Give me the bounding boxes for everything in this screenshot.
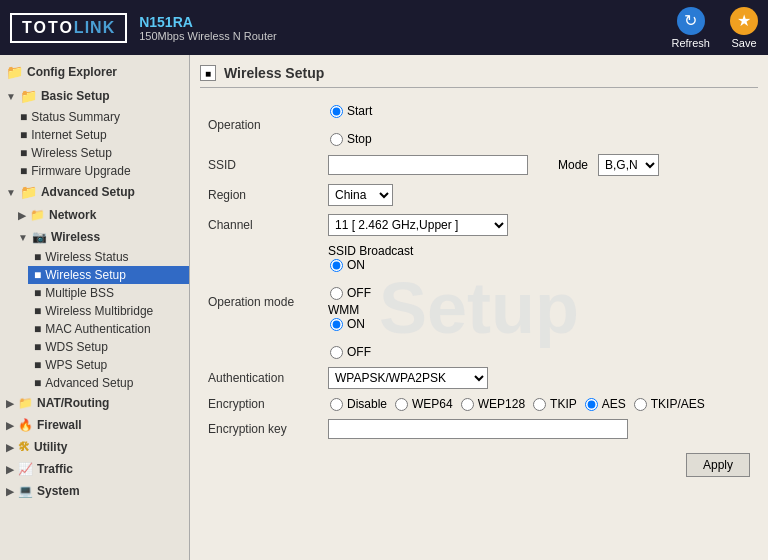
logo-link: LINK [74, 19, 115, 37]
content-panel: ■ Wireless Setup Operation Start [200, 65, 758, 487]
encryption-key-controls [320, 415, 758, 443]
sidebar-item-wds-setup[interactable]: ■ WDS Setup [28, 338, 189, 356]
system-label: System [37, 484, 80, 498]
sidebar-section-system[interactable]: ▶ 💻 System [0, 480, 189, 502]
wps-setup-icon: ■ [34, 358, 41, 372]
mac-auth-icon: ■ [34, 322, 41, 336]
encryption-key-input[interactable] [328, 419, 628, 439]
header-model: N151RA 150Mbps Wireless N Router [139, 14, 277, 42]
channel-select[interactable]: 11 [ 2.462 GHz,Upper ] 123 611 [328, 214, 508, 236]
apply-button[interactable]: Apply [686, 453, 750, 477]
wds-setup-icon: ■ [34, 340, 41, 354]
wireless-setup-form: Operation Start Stop [200, 100, 758, 443]
sidebar-section-basic-setup[interactable]: ▼ 📁 Basic Setup [0, 84, 189, 108]
sidebar-item-mac-authentication[interactable]: ■ MAC Authentication [28, 320, 189, 338]
enc-wep128-label[interactable]: WEP128 [459, 397, 525, 411]
save-button[interactable]: ★ Save [730, 7, 758, 49]
logo-toto: TOTO [22, 19, 74, 37]
sidebar-item-multiple-bss[interactable]: ■ Multiple BSS [28, 284, 189, 302]
wds-setup-label: WDS Setup [45, 340, 108, 354]
ssid-broadcast-on-label[interactable]: ON [328, 258, 750, 272]
refresh-icon: ↻ [677, 7, 705, 35]
header-model-name: N151RA [139, 14, 277, 30]
firewall-expand-icon: ▶ [6, 420, 14, 431]
refresh-button[interactable]: ↻ Refresh [671, 7, 710, 49]
wmm-on-label[interactable]: ON [328, 317, 750, 331]
advanced-setup-folder-icon: 📁 [20, 184, 37, 200]
enc-aes-label[interactable]: AES [583, 397, 626, 411]
wireless-status-icon: ■ [34, 250, 41, 264]
enc-tkipaes-radio[interactable] [634, 398, 647, 411]
enc-tkip-radio[interactable] [533, 398, 546, 411]
sidebar-item-advanced-setup-sub[interactable]: ■ Advanced Setup [28, 374, 189, 392]
operation-row: Operation Start Stop [200, 100, 758, 150]
operation-start-label[interactable]: Start [328, 104, 750, 118]
channel-row: Channel 11 [ 2.462 GHz,Upper ] 123 611 [200, 210, 758, 240]
authentication-select[interactable]: WPAPSK/WPA2PSK Open Shared Auto WPA WPA2… [328, 367, 488, 389]
wmm-off-label[interactable]: OFF [328, 345, 750, 359]
operation-label: Operation [200, 100, 320, 150]
mode-select[interactable]: B,G,N B,G B only G only N only [598, 154, 659, 176]
refresh-label: Refresh [671, 37, 710, 49]
firmware-upgrade-icon: ■ [20, 164, 27, 178]
ssid-broadcast-off-label[interactable]: OFF [328, 286, 750, 300]
ssid-broadcast-off-radio[interactable] [330, 287, 343, 300]
sidebar-section-advanced-setup[interactable]: ▼ 📁 Advanced Setup [0, 180, 189, 204]
multiple-bss-icon: ■ [34, 286, 41, 300]
wireless-setup-basic-label: Wireless Setup [31, 146, 112, 160]
sidebar-item-firmware-upgrade[interactable]: ■ Firmware Upgrade [14, 162, 189, 180]
sidebar-section-firewall[interactable]: ▶ 🔥 Firewall [0, 414, 189, 436]
operation-start-radio[interactable] [330, 105, 343, 118]
sidebar-item-wireless-setup[interactable]: ■ Wireless Setup [28, 266, 189, 284]
sidebar-item-internet-setup[interactable]: ■ Internet Setup [14, 126, 189, 144]
enc-wep64-radio[interactable] [395, 398, 408, 411]
sidebar-section-utility[interactable]: ▶ 🛠 Utility [0, 436, 189, 458]
sidebar-item-wireless-multibridge[interactable]: ■ Wireless Multibridge [28, 302, 189, 320]
sidebar-item-network[interactable]: ▶ 📁 Network [14, 204, 189, 226]
sidebar: 📁 Config Explorer ▼ 📁 Basic Setup ■ Stat… [0, 55, 190, 560]
enc-disable-text: Disable [347, 397, 387, 411]
wmm-on-radio[interactable] [330, 318, 343, 331]
ssid-input[interactable] [328, 155, 528, 175]
wireless-setup-label: Wireless Setup [45, 268, 126, 282]
sidebar-title: Config Explorer [27, 65, 117, 79]
sidebar-item-wps-setup[interactable]: ■ WPS Setup [28, 356, 189, 374]
operation-stop-radio[interactable] [330, 133, 343, 146]
authentication-controls: WPAPSK/WPA2PSK Open Shared Auto WPA WPA2… [320, 363, 758, 393]
header-actions: ↻ Refresh ★ Save [671, 7, 758, 49]
authentication-label: Authentication [200, 363, 320, 393]
encryption-label: Encryption [200, 393, 320, 415]
traffic-expand-icon: ▶ [6, 464, 14, 475]
enc-tkip-label[interactable]: TKIP [531, 397, 577, 411]
sidebar-section-traffic[interactable]: ▶ 📈 Traffic [0, 458, 189, 480]
basic-setup-expand-icon: ▼ [6, 91, 16, 102]
sidebar-item-wireless-setup-basic[interactable]: ■ Wireless Setup [14, 144, 189, 162]
utility-icon: 🛠 [18, 440, 30, 454]
basic-setup-label: Basic Setup [41, 89, 110, 103]
enc-disable-label[interactable]: Disable [328, 397, 387, 411]
sidebar-item-wireless[interactable]: ▼ 📷 Wireless [14, 226, 189, 248]
region-select[interactable]: China USA Europe Japan [328, 184, 393, 206]
enc-aes-radio[interactable] [585, 398, 598, 411]
sidebar-item-wireless-status[interactable]: ■ Wireless Status [28, 248, 189, 266]
enc-wep64-label[interactable]: WEP64 [393, 397, 453, 411]
sidebar-header: 📁 Config Explorer [0, 60, 189, 84]
enc-tkipaes-label[interactable]: TKIP/AES [632, 397, 705, 411]
ssid-broadcast-on-radio[interactable] [330, 259, 343, 272]
enc-wep128-radio[interactable] [461, 398, 474, 411]
sidebar-item-status-summary[interactable]: ■ Status Summary [14, 108, 189, 126]
mac-authentication-label: MAC Authentication [45, 322, 150, 336]
traffic-icon: 📈 [18, 462, 33, 476]
operation-stop-label[interactable]: Stop [328, 132, 750, 146]
network-expand-icon: ▶ [18, 210, 26, 221]
wireless-expand-icon: ▼ [18, 232, 28, 243]
advanced-setup-sub-icon: ■ [34, 376, 41, 390]
wmm-off-radio[interactable] [330, 346, 343, 359]
ssid-controls: Mode B,G,N B,G B only G only N only [320, 150, 758, 180]
sidebar-section-nat-routing[interactable]: ▶ 📁 NAT/Routing [0, 392, 189, 414]
enc-disable-radio[interactable] [330, 398, 343, 411]
wmm-on-text: ON [347, 317, 365, 331]
encryption-controls: Disable WEP64 WEP128 [320, 393, 758, 415]
region-label: Region [200, 180, 320, 210]
encryption-radio-group: Disable WEP64 WEP128 [328, 397, 750, 411]
